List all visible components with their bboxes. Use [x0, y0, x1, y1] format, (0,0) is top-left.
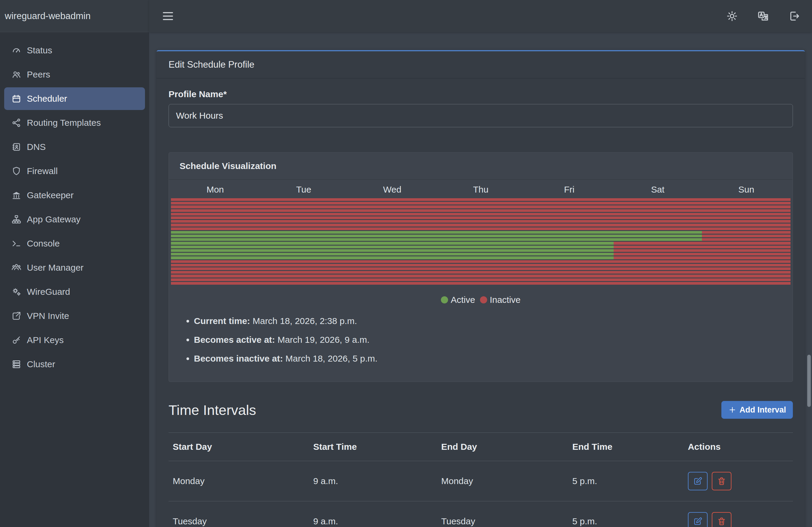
schedule-cell: [525, 238, 614, 241]
menu-toggle-button[interactable]: [161, 9, 175, 23]
schedule-cell: [348, 271, 436, 274]
schedule-cell: [525, 278, 614, 281]
logout-button[interactable]: [788, 10, 800, 22]
theme-toggle-button[interactable]: [726, 10, 738, 22]
schedule-cell: [614, 253, 702, 255]
schedule-cell: [260, 238, 348, 241]
sidebar-item-gatekeeper[interactable]: Gatekeeper: [4, 184, 145, 207]
scrollbar[interactable]: [807, 355, 811, 407]
schedule-cell: [171, 246, 260, 248]
schedule-cell: [348, 282, 436, 285]
cell-end-day: Monday: [437, 461, 568, 501]
language-button[interactable]: [757, 10, 769, 22]
schedule-cell: [348, 209, 436, 212]
schedule-cell: [702, 205, 791, 208]
edit-interval-button[interactable]: [688, 512, 708, 527]
edit-schedule-card: Edit Schedule Profile Profile Name* Sche…: [157, 50, 805, 527]
schedule-cell: [171, 235, 260, 237]
schedule-cell: [260, 246, 348, 248]
schedule-cell: [614, 267, 702, 270]
sidebar-item-label: VPN Invite: [27, 311, 69, 321]
sidebar-item-status[interactable]: Status: [4, 39, 145, 62]
schedule-cell: [525, 227, 614, 230]
schedule-cell: [348, 227, 436, 230]
cell-end-time: 5 p.m.: [568, 461, 684, 501]
schedule-cell: [525, 264, 614, 267]
route-icon: [11, 118, 21, 128]
schedule-cell: [436, 264, 525, 267]
profile-name-input[interactable]: [169, 104, 793, 127]
schedule-cell: [436, 282, 525, 285]
schedule-cell: [702, 282, 791, 285]
content: Edit Schedule Profile Profile Name* Sche…: [149, 32, 812, 527]
schedule-cell: [348, 224, 436, 226]
sidebar-item-cluster[interactable]: Cluster: [4, 353, 145, 376]
sidebar-item-app-gateway[interactable]: App Gateway: [4, 208, 145, 231]
sidebar-item-vpn-invite[interactable]: VPN Invite: [4, 305, 145, 327]
app-window: wireguard-webadmin StatusPeersSchedulerR…: [0, 0, 812, 527]
sidebar-item-label: DNS: [27, 142, 46, 152]
schedule-cell: [702, 246, 791, 248]
cell-end-time: 5 p.m.: [568, 501, 684, 527]
sidebar-item-label: App Gateway: [27, 214, 81, 224]
schedule-cell: [525, 202, 614, 205]
schedule-cell: [614, 235, 702, 237]
schedule-cell: [260, 271, 348, 274]
schedule-cell: [260, 278, 348, 281]
schedule-cell: [614, 220, 702, 223]
gauge-icon: [11, 45, 21, 56]
schedule-cell: [348, 235, 436, 237]
logout-icon: [788, 10, 800, 22]
schedule-cell: [436, 238, 525, 241]
delete-interval-button[interactable]: [712, 472, 731, 490]
day-label-thu: Thu: [436, 184, 525, 195]
inactive-legend-dot: [480, 296, 487, 303]
column-header-end-time: End Time: [568, 433, 684, 461]
schedule-cell: [348, 220, 436, 223]
schedule-cell: [436, 209, 525, 212]
brand[interactable]: wireguard-webadmin: [0, 0, 149, 32]
schedule-cell: [614, 209, 702, 212]
schedule-cell: [436, 267, 525, 270]
schedule-cell: [702, 224, 791, 226]
address-book-icon: [11, 142, 21, 152]
sidebar-item-dns[interactable]: DNS: [4, 136, 145, 158]
sidebar-item-console[interactable]: Console: [4, 232, 145, 255]
sidebar-item-api-keys[interactable]: API Keys: [4, 329, 145, 351]
main-area: Edit Schedule Profile Profile Name* Sche…: [149, 0, 812, 527]
key-icon: [11, 335, 21, 345]
schedule-cell: [614, 242, 702, 244]
sidebar-item-scheduler[interactable]: Scheduler: [4, 87, 145, 110]
schedule-cell: [171, 224, 260, 226]
topbar: [149, 0, 812, 32]
schedule-cell: [702, 216, 791, 219]
cell-start-time: 9 a.m.: [309, 461, 437, 501]
schedule-cell: [525, 220, 614, 223]
edit-interval-button[interactable]: [688, 472, 708, 490]
server-icon: [11, 359, 21, 369]
sidebar-item-wireguard[interactable]: WireGuard: [4, 281, 145, 303]
sidebar-item-user-manager[interactable]: User Manager: [4, 256, 145, 279]
sidebar-item-routing-templates[interactable]: Routing Templates: [4, 111, 145, 134]
schedule-cell: [525, 205, 614, 208]
schedule-cell: [260, 235, 348, 237]
sidebar-item-firewall[interactable]: Firewall: [4, 160, 145, 182]
schedule-cell: [525, 242, 614, 244]
schedule-cell: [348, 260, 436, 263]
day-label-sun: Sun: [702, 184, 791, 195]
add-interval-button[interactable]: Add Interval: [721, 401, 793, 419]
schedule-cell: [702, 213, 791, 215]
schedule-cell: [525, 274, 614, 277]
schedule-cell: [260, 224, 348, 226]
cell-end-day: Tuesday: [437, 501, 568, 527]
plus-icon: [728, 406, 737, 414]
inactive-legend-label: Inactive: [490, 295, 521, 305]
schedule-cell: [702, 209, 791, 212]
schedule-cell: [348, 198, 436, 201]
sidebar-nav: StatusPeersSchedulerRouting TemplatesDNS…: [0, 32, 149, 377]
delete-interval-button[interactable]: [712, 512, 731, 527]
intervals-table-head: Start DayStart TimeEnd DayEnd TimeAction…: [169, 433, 793, 461]
schedule-cell: [436, 256, 525, 259]
schedule-cell: [702, 202, 791, 205]
sidebar-item-peers[interactable]: Peers: [4, 63, 145, 86]
